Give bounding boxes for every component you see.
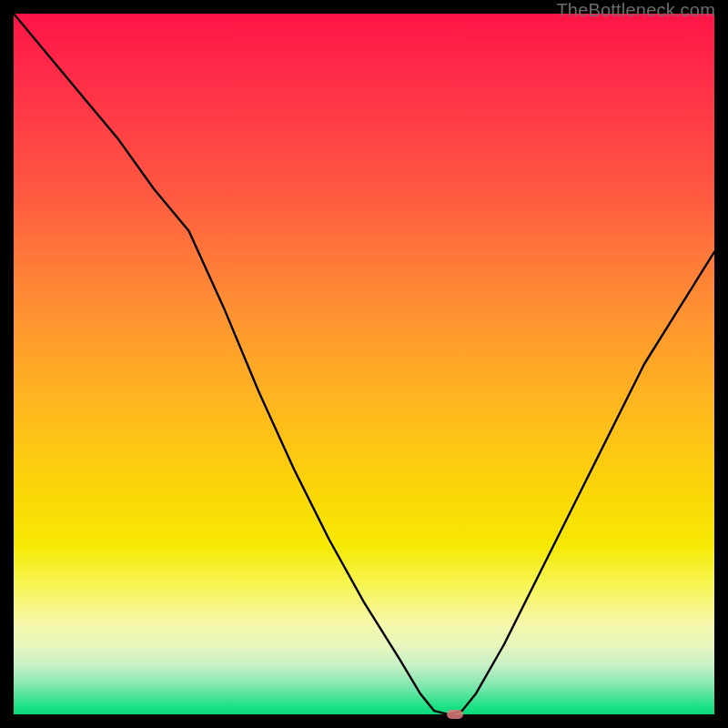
plot-area: [14, 14, 714, 714]
chart-frame: TheBottleneck.com: [0, 0, 728, 728]
bottleneck-curve: [14, 14, 714, 714]
watermark-text: TheBottleneck.com: [556, 0, 715, 21]
optimal-point-marker: [447, 710, 463, 719]
curve-svg: [14, 14, 714, 714]
